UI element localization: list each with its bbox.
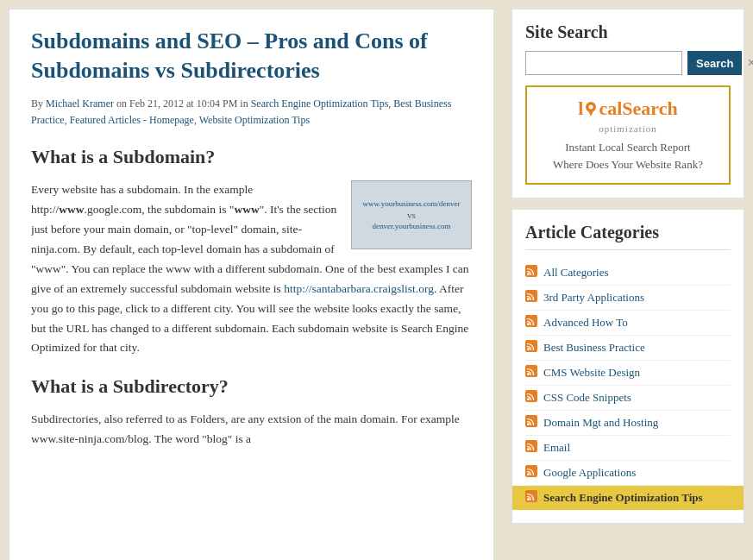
category-item[interactable]: Email (525, 436, 731, 461)
ad-logo-local: l (578, 98, 583, 120)
meta-cat-4[interactable]: Website Optimization Tips (199, 114, 310, 126)
category-link[interactable]: CSS Code Snippets (543, 391, 631, 405)
categories-title: Article Categories (525, 223, 731, 250)
img-line2: denver.yourbusiness.com (373, 222, 451, 230)
category-item[interactable]: 3rd Party Applications (525, 286, 731, 311)
svg-point-16 (527, 423, 530, 425)
subdomain-section: www.yourbusiness.com/denver vs denver.yo… (31, 180, 472, 367)
rss-icon (525, 465, 537, 481)
ad-logo-cal: calSearch (599, 98, 677, 120)
rss-icon (525, 340, 537, 356)
ad-tagline-2: Where Does Your Website Rank? (537, 156, 718, 173)
ad-tagline-1: Instant Local Search Report (537, 139, 718, 156)
svg-marker-1 (587, 109, 594, 116)
main-layout: Subdomains and SEO – Pros and Cons of Su… (9, 9, 744, 560)
meta-author[interactable]: Michael Kramer (46, 98, 114, 110)
rss-icon (525, 290, 537, 305)
category-item[interactable]: CSS Code Snippets (525, 386, 731, 411)
rss-icon (525, 265, 537, 280)
sidebar: Site Search Search × l cal (511, 9, 744, 524)
site-search-box: Site Search Search × l cal (511, 9, 744, 198)
local-search-ad: l calSearch optimization Instant Local S… (525, 85, 731, 185)
rss-icon (525, 315, 537, 330)
meta-by: By (31, 98, 43, 110)
ad-optim-label: optimization (537, 123, 718, 134)
svg-point-10 (527, 348, 530, 350)
svg-point-14 (527, 398, 530, 400)
article-title: Subdomains and SEO – Pros and Cons of Su… (31, 27, 472, 85)
svg-point-12 (527, 373, 530, 375)
category-link[interactable]: CMS Website Design (543, 366, 640, 380)
meta-cat-3[interactable]: Featured Articles - Homepage (70, 114, 194, 126)
category-link[interactable]: Email (543, 441, 570, 455)
inline-image: www.yourbusiness.com/denver vs denver.yo… (351, 180, 472, 249)
category-link[interactable]: 3rd Party Applications (543, 291, 644, 305)
page-wrapper: Subdomains and SEO – Pros and Cons of Su… (0, 0, 753, 560)
search-row: Search × (525, 51, 731, 75)
main-content: Subdomains and SEO – Pros and Cons of Su… (9, 9, 494, 560)
section-heading-1: What is a Subdomain? (31, 146, 472, 168)
ad-logo: l calSearch (537, 98, 718, 120)
pin-icon (585, 101, 597, 116)
ad-tagline: Instant Local Search Report Where Does Y… (537, 139, 718, 173)
rss-icon (525, 440, 537, 456)
rss-icon (525, 365, 537, 381)
site-search-title: Site Search (525, 22, 731, 42)
search-input[interactable] (525, 51, 682, 75)
svg-point-6 (527, 298, 530, 300)
subdirectory-para: Subdirectories, also referred to as Fold… (31, 410, 472, 450)
img-vs: vs (407, 210, 416, 220)
search-button[interactable]: Search (687, 51, 742, 75)
category-link[interactable]: Search Engine Optimization Tips (543, 491, 703, 505)
meta-cat-1[interactable]: Search Engine Optimization Tips (251, 98, 389, 110)
category-link[interactable]: All Categories (543, 266, 608, 280)
svg-point-2 (589, 105, 593, 110)
svg-point-22 (527, 498, 530, 500)
craigslist-link[interactable]: http://santabarbara.craigslist.org (284, 282, 434, 295)
inline-image-wrap: www.yourbusiness.com/denver vs denver.yo… (351, 180, 472, 249)
section-heading-2: What is a Subdirectory? (31, 375, 472, 398)
meta-date: on Feb 21, 2012 at 10:04 PM in (116, 98, 251, 110)
category-item[interactable]: Search Engine Optimization Tips (512, 486, 744, 510)
img-line1: www.yourbusiness.com/denver (363, 199, 461, 208)
category-item[interactable]: CMS Website Design (525, 361, 731, 386)
category-link[interactable]: Advanced How To (543, 316, 628, 330)
category-link[interactable]: Best Business Practice (543, 341, 645, 355)
rss-icon (525, 490, 537, 506)
svg-point-8 (527, 323, 530, 325)
category-item[interactable]: Advanced How To (525, 311, 731, 336)
rss-icon (525, 415, 537, 431)
search-close-button[interactable]: × (747, 55, 753, 71)
svg-point-18 (527, 448, 530, 450)
svg-point-20 (527, 473, 530, 475)
article-meta: By Michael Kramer on Feb 21, 2012 at 10:… (31, 96, 472, 129)
rss-icon (525, 390, 537, 406)
category-item[interactable]: Google Applications (525, 461, 731, 486)
article-body: What is a Subdomain? www.yourbusiness.co… (31, 146, 472, 450)
svg-point-4 (527, 273, 530, 275)
categories-box: Article Categories All Categories3rd Par… (511, 209, 744, 524)
category-link[interactable]: Domain Mgt and Hosting (543, 416, 658, 430)
categories-list: All Categories3rd Party ApplicationsAdva… (525, 261, 731, 510)
category-link[interactable]: Google Applications (543, 466, 636, 480)
category-item[interactable]: Best Business Practice (525, 336, 731, 361)
category-item[interactable]: All Categories (525, 261, 731, 286)
category-item[interactable]: Domain Mgt and Hosting (525, 411, 731, 436)
